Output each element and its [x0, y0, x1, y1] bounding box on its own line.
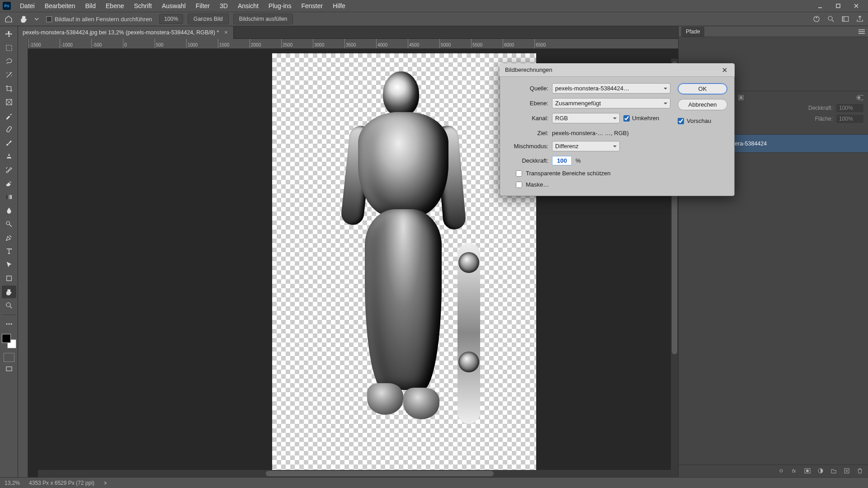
adjustment-layer-icon[interactable]: [817, 468, 824, 474]
horizontal-ruler[interactable]: -1500 -1000 -500 0 500 1000 1500 2000 25…: [28, 39, 678, 49]
window-minimize-button[interactable]: [811, 0, 829, 12]
canvas-image-figure: [340, 71, 467, 460]
delete-layer-icon[interactable]: [857, 468, 863, 474]
opacity-value[interactable]: 100%: [836, 104, 863, 112]
menu-plugins[interactable]: Plug-ins: [264, 0, 296, 11]
search-icon[interactable]: [826, 14, 835, 23]
edit-toolbar-icon[interactable]: [2, 318, 16, 330]
eyedropper-tool[interactable]: [2, 109, 16, 122]
healing-brush-tool[interactable]: [2, 123, 16, 136]
ruler-tick: 500: [156, 42, 164, 47]
home-icon[interactable]: [4, 14, 14, 24]
fill-value[interactable]: 100%: [836, 115, 863, 123]
layer-select[interactable]: Zusammengefügt: [552, 98, 670, 108]
mask-input[interactable]: [516, 182, 522, 188]
layer-mask-icon[interactable]: [804, 468, 811, 474]
path-selection-tool[interactable]: [2, 258, 16, 271]
new-layer-icon[interactable]: [844, 468, 850, 474]
opacity-input[interactable]: [552, 156, 572, 165]
invert-checkbox[interactable]: Umkehren: [623, 115, 659, 122]
close-tab-icon[interactable]: ×: [223, 29, 229, 36]
menu-layer[interactable]: Ebene: [101, 0, 128, 11]
menu-edit[interactable]: Bearbeiten: [40, 0, 80, 11]
filter-smart-icon[interactable]: [737, 94, 745, 101]
window-close-button[interactable]: [847, 0, 865, 12]
panel-menu-icon[interactable]: [858, 29, 865, 34]
dodge-tool[interactable]: [2, 218, 16, 230]
horizontal-scrollbar[interactable]: [38, 470, 671, 477]
filter-toggle-icon[interactable]: [856, 94, 863, 101]
scroll-all-windows-input[interactable]: [46, 16, 52, 22]
pen-tool[interactable]: [2, 231, 16, 244]
crop-tool[interactable]: [2, 82, 16, 95]
source-select[interactable]: pexels-monstera-5384424…: [552, 83, 670, 94]
scroll-all-windows-checkbox[interactable]: Bildlauf in allen Fenstern durchführen: [43, 16, 155, 23]
preserve-transparency-input[interactable]: [516, 170, 522, 177]
brush-tool[interactable]: [2, 136, 16, 149]
foreground-color-swatch[interactable]: [2, 334, 11, 343]
preview-checkbox[interactable]: Vorschau: [678, 117, 727, 124]
invert-input[interactable]: [623, 115, 630, 122]
ruler-tick: 6500: [536, 42, 546, 47]
blend-select[interactable]: Differenz: [552, 141, 620, 151]
menu-type[interactable]: Schrift: [129, 0, 156, 11]
tool-preset-dropdown-icon[interactable]: [34, 17, 39, 21]
gradient-tool[interactable]: [2, 191, 16, 203]
invert-label: Umkehren: [632, 115, 659, 122]
fill-screen-button[interactable]: Bildschirm ausfüllen: [233, 14, 293, 24]
svg-point-18: [6, 221, 10, 225]
lasso-tool[interactable]: [2, 55, 16, 68]
full-image-button[interactable]: Ganzes Bild: [188, 14, 229, 24]
screen-mode-icon[interactable]: [2, 363, 16, 375]
share-icon[interactable]: [855, 14, 864, 23]
quick-mask-mode[interactable]: [4, 353, 14, 362]
blur-tool[interactable]: [2, 204, 16, 217]
menu-select[interactable]: Auswahl: [157, 0, 190, 11]
frame-tool[interactable]: [2, 96, 16, 108]
menu-view[interactable]: Ansicht: [233, 0, 263, 11]
vertical-ruler[interactable]: [18, 39, 28, 477]
layer-style-icon[interactable]: fx: [791, 468, 798, 474]
group-icon[interactable]: [830, 468, 837, 474]
hand-tool-button[interactable]: [2, 286, 16, 298]
dialog-titlebar[interactable]: Bildberechnungen: [500, 63, 735, 77]
preview-input[interactable]: [678, 118, 684, 124]
ok-button[interactable]: OK: [678, 83, 727, 94]
cloud-docs-icon[interactable]: [812, 14, 821, 23]
zoom-tool[interactable]: [2, 299, 16, 312]
menu-3d[interactable]: 3D: [215, 0, 232, 11]
menu-image[interactable]: Bild: [80, 0, 100, 11]
marquee-tool[interactable]: [2, 42, 16, 54]
window-maximize-button[interactable]: [829, 0, 847, 12]
svg-rect-10: [6, 45, 12, 51]
magic-wand-tool[interactable]: [2, 69, 16, 81]
zoom-100-button[interactable]: 100%: [159, 14, 183, 24]
eraser-tool[interactable]: [2, 177, 16, 190]
workspace-icon[interactable]: [841, 14, 850, 23]
preserve-transparency-checkbox[interactable]: Transparente Bereiche schützen: [507, 170, 670, 177]
status-chevron-icon[interactable]: [104, 481, 107, 485]
ruler-tick: 2500: [283, 42, 292, 47]
link-layers-icon[interactable]: [778, 468, 785, 474]
ruler-tick: 0: [124, 42, 127, 47]
mask-checkbox[interactable]: Maske…: [507, 181, 670, 188]
color-swatches[interactable]: [2, 334, 16, 348]
menu-filter[interactable]: Filter: [191, 0, 214, 11]
status-doc-info[interactable]: 4353 Px x 6529 Px (72 ppi): [29, 480, 94, 486]
move-tool[interactable]: [2, 28, 16, 41]
menu-file[interactable]: Datei: [15, 0, 39, 11]
channel-select[interactable]: RGB: [552, 113, 620, 123]
cancel-button[interactable]: Abbrechen: [678, 99, 727, 110]
svg-point-25: [10, 324, 12, 325]
menu-help[interactable]: Hilfe: [328, 0, 350, 11]
status-zoom[interactable]: 13,2%: [5, 480, 20, 486]
clone-stamp-tool[interactable]: [2, 150, 16, 163]
shape-tool[interactable]: [2, 272, 16, 285]
app-logo: Ps: [3, 2, 11, 10]
dialog-close-icon[interactable]: [720, 66, 729, 75]
type-tool[interactable]: [2, 245, 16, 258]
document-tab[interactable]: pexels-monstera-5384424.jpg bei 13,2% (p…: [18, 26, 234, 39]
menu-window[interactable]: Fenster: [297, 0, 327, 11]
history-brush-tool[interactable]: [2, 164, 16, 176]
paths-tab[interactable]: Pfade: [681, 27, 704, 37]
